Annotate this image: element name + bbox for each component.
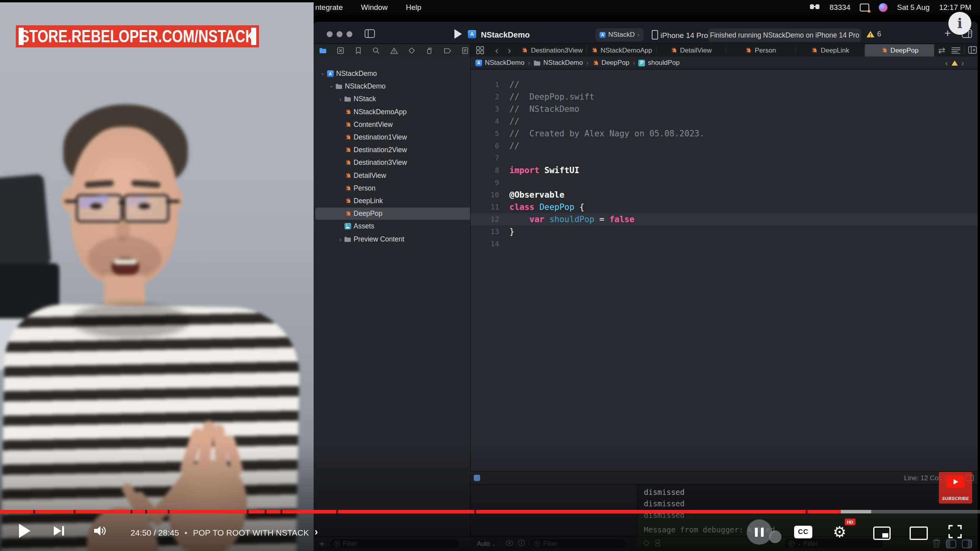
breadcrumb-item-NStackDemo[interactable]: NStackDemo <box>534 59 583 67</box>
line-number[interactable]: 12 <box>471 215 509 223</box>
breadcrumb-item-NStackDemo[interactable]: ANStackDemo <box>475 59 524 67</box>
miniplayer-button[interactable] <box>873 526 891 540</box>
source-editor[interactable]: 1//2// DeepPop.swift3// NStackDemo4//5//… <box>471 70 978 471</box>
code-line-11[interactable]: 11class DeepPop { <box>471 201 978 213</box>
line-number[interactable]: 4 <box>471 117 509 125</box>
file-row-ContentView[interactable]: ContentView <box>315 119 491 131</box>
code-line-6[interactable]: 6// <box>471 140 978 152</box>
add-editor-icon[interactable] <box>968 46 977 55</box>
minimize-window-button[interactable] <box>337 31 342 37</box>
file-row-Assets[interactable]: Assets <box>315 220 491 232</box>
tab-Destination3View[interactable]: Destination3View <box>517 44 586 57</box>
disclosure-chevron-icon[interactable]: › <box>337 236 343 243</box>
next-issue-icon[interactable]: › <box>961 58 964 68</box>
code-line-8[interactable]: 8import SwiftUI <box>471 164 978 176</box>
scheme-selector[interactable]: A NStackD › <box>596 28 643 42</box>
code-line-4[interactable]: 4// <box>471 115 978 127</box>
bookmarks-navigator-icon[interactable] <box>354 47 362 55</box>
file-row-DeepPop[interactable]: DeepPop <box>315 208 491 220</box>
go-back-icon[interactable]: ‹ <box>495 44 498 57</box>
line-number[interactable]: 2 <box>471 92 509 101</box>
tab-NStackDemoApp[interactable]: NStackDemoApp <box>587 44 656 57</box>
zoom-window-button[interactable] <box>346 31 352 37</box>
line-number[interactable]: 5 <box>471 129 509 138</box>
window-manager-icon[interactable] <box>860 4 869 11</box>
tab-Person[interactable]: Person <box>726 44 795 57</box>
reports-navigator-icon[interactable] <box>461 47 469 55</box>
previous-issue-icon[interactable]: ‹ <box>945 58 948 68</box>
line-number[interactable]: 1 <box>471 80 509 89</box>
volume-button[interactable] <box>93 525 108 537</box>
line-number[interactable]: 8 <box>471 166 509 174</box>
line-number[interactable]: 6 <box>471 142 509 150</box>
line-number[interactable]: 11 <box>471 203 509 211</box>
code-line-10[interactable]: 10@Observable <box>471 189 978 201</box>
go-forward-icon[interactable]: › <box>508 44 511 57</box>
file-row-DeepLink[interactable]: DeepLink <box>315 195 491 207</box>
file-row-NStackDemoApp[interactable]: NStackDemoApp <box>315 106 491 118</box>
next-button[interactable] <box>53 525 65 537</box>
run-button[interactable] <box>453 28 463 41</box>
file-row-Person[interactable]: Person <box>315 182 491 194</box>
code-line-3[interactable]: 3// NStackDemo <box>471 103 978 115</box>
code-line-7[interactable]: 7 <box>471 152 978 164</box>
code-line-1[interactable]: 1// <box>471 78 978 91</box>
breakpoints-navigator-icon[interactable] <box>443 47 451 55</box>
disclosure-chevron-icon[interactable]: › <box>329 83 335 89</box>
display-icon[interactable] <box>810 3 820 12</box>
menu-item-ntegrate[interactable]: ntegrate <box>315 3 343 12</box>
debug-navigator-icon[interactable] <box>426 47 433 55</box>
disclosure-chevron-icon[interactable]: › <box>337 96 343 102</box>
issues-navigator-icon[interactable] <box>390 47 398 55</box>
theater-mode-button[interactable] <box>910 526 928 540</box>
chapter-title[interactable]: POP TO ROOT WITH NSTACK <box>193 528 309 538</box>
line-number[interactable]: 14 <box>471 240 509 248</box>
presenter-video[interactable]: STORE.REBELOPER.COM/NSTACK <box>0 0 314 551</box>
editor-options-icon[interactable] <box>952 47 960 55</box>
file-row-Preview-Content[interactable]: ›Preview Content <box>315 233 491 245</box>
toggle-navigator-icon[interactable] <box>365 29 375 40</box>
code-line-13[interactable]: 13} <box>471 225 978 238</box>
file-row-NStackDemo[interactable]: ›NStackDemo <box>315 80 482 92</box>
file-row-Destination1View[interactable]: Destination1View <box>315 131 491 143</box>
chapter-chevron-icon[interactable]: › <box>314 526 318 538</box>
code-line-2[interactable]: 2// DeepPop.swift <box>471 91 978 103</box>
subscribe-watermark[interactable]: SUBSCRIBE <box>939 472 972 504</box>
breakpoint-toggle-icon[interactable] <box>474 475 480 481</box>
progress-bar[interactable] <box>0 510 980 513</box>
find-navigator-icon[interactable] <box>372 47 380 55</box>
file-row-NStackDemo[interactable]: ›ANStackDemo <box>315 68 474 80</box>
run-destination[interactable]: iPhone 14 Pro <box>660 31 708 40</box>
code-line-5[interactable]: 5// Created by Alex Nagy on 05.08.2023. <box>471 127 978 140</box>
swap-editor-icon[interactable]: ⇄ <box>938 44 945 57</box>
fullscreen-button[interactable] <box>948 525 962 538</box>
settings-button[interactable]: ⚙ <box>833 523 846 541</box>
code-line-9[interactable]: 9 <box>471 176 978 189</box>
menu-item-window[interactable]: Window <box>361 3 388 12</box>
play-button[interactable] <box>18 523 31 538</box>
captions-button[interactable]: CC <box>794 526 812 538</box>
tab-DeepPop[interactable]: DeepPop <box>865 44 934 57</box>
line-number[interactable]: 3 <box>471 105 509 113</box>
info-button[interactable]: i <box>948 12 971 35</box>
related-items-icon[interactable] <box>476 46 484 56</box>
file-row-DetailView[interactable]: DetailView <box>315 170 491 182</box>
code-line-14[interactable]: 14 <box>471 238 978 250</box>
disclosure-chevron-icon[interactable]: › <box>320 71 326 77</box>
menu-time[interactable]: 12:17 PM <box>939 3 971 12</box>
warnings-badge[interactable]: 6 <box>866 30 881 38</box>
menu-item-help[interactable]: Help <box>406 3 421 12</box>
tests-navigator-icon[interactable] <box>408 47 416 55</box>
siri-icon[interactable] <box>879 3 887 12</box>
close-window-button[interactable] <box>327 31 333 37</box>
line-number[interactable]: 13 <box>471 227 509 236</box>
menu-date[interactable]: Sat 5 Aug <box>897 3 929 12</box>
line-number[interactable]: 7 <box>471 154 509 162</box>
line-number[interactable]: 10 <box>471 191 509 199</box>
source-control-navigator-icon[interactable] <box>337 47 344 55</box>
file-row-NStack[interactable]: ›NStack <box>315 93 491 105</box>
tab-DeepLink[interactable]: DeepLink <box>795 44 865 57</box>
line-number[interactable]: 9 <box>471 178 509 187</box>
file-row-Destination3View[interactable]: Destination3View <box>315 157 491 169</box>
breadcrumb-item-shouldPop[interactable]: PshouldPop <box>638 59 679 67</box>
